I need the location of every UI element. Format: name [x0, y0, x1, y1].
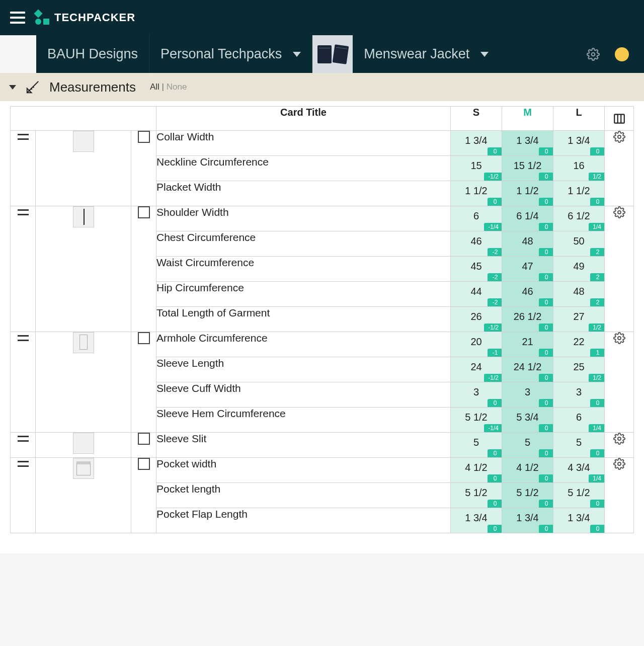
- measurement-title[interactable]: Total Length of Garment: [156, 307, 451, 332]
- size-cell[interactable]: 26 1/20: [502, 307, 553, 332]
- size-cell[interactable]: 5 1/20: [553, 483, 605, 508]
- measurement-title[interactable]: Armhole Circumference: [156, 332, 451, 357]
- measurement-title[interactable]: Sleeve Cuff Width: [156, 382, 451, 408]
- avatar[interactable]: [615, 47, 629, 61]
- measurement-title[interactable]: Collar Width: [156, 131, 451, 156]
- size-cell[interactable]: 46-2: [451, 231, 502, 257]
- size-cell[interactable]: 1 1/20: [451, 181, 502, 206]
- row-settings[interactable]: [605, 206, 634, 332]
- chevron-down-icon[interactable]: [9, 85, 16, 90]
- size-cell[interactable]: 50: [502, 433, 553, 458]
- size-cell[interactable]: 15-1/2: [451, 156, 502, 181]
- drag-handle-icon[interactable]: [18, 461, 29, 467]
- size-cell[interactable]: 480: [502, 231, 553, 257]
- filter-all[interactable]: All: [150, 82, 159, 92]
- row-settings[interactable]: [605, 433, 634, 458]
- measurement-title[interactable]: Placket Width: [156, 181, 451, 206]
- size-cell[interactable]: 1 3/40: [553, 131, 605, 156]
- size-cell[interactable]: 1 1/20: [553, 181, 605, 206]
- size-cell[interactable]: 5 1/20: [502, 483, 553, 508]
- group-thumbnail[interactable]: [36, 332, 131, 433]
- size-cell[interactable]: 4 1/20: [502, 458, 553, 483]
- col-size-m[interactable]: M: [502, 107, 553, 131]
- measurement-title[interactable]: Pocket Flap Length: [156, 508, 451, 533]
- size-cell[interactable]: 502: [553, 231, 605, 257]
- size-cell[interactable]: 26-1/2: [451, 307, 502, 332]
- size-cell[interactable]: 20-1: [451, 332, 502, 357]
- group-thumbnail[interactable]: [36, 206, 131, 332]
- measurement-title[interactable]: Pocket width: [156, 458, 451, 483]
- group-thumbnail[interactable]: [36, 131, 131, 206]
- size-cell[interactable]: 30: [502, 382, 553, 408]
- measurement-title[interactable]: Neckline Circumference: [156, 156, 451, 181]
- size-cell[interactable]: 161/2: [553, 156, 605, 181]
- row-settings[interactable]: [605, 458, 634, 533]
- measurement-title[interactable]: Pocket length: [156, 483, 451, 508]
- size-cell[interactable]: 15 1/20: [502, 156, 553, 181]
- measurements-icon: [25, 79, 40, 95]
- size-cell[interactable]: 50: [451, 433, 502, 458]
- gear-icon[interactable]: [587, 48, 600, 61]
- size-cell[interactable]: 6 1/40: [502, 206, 553, 231]
- measurement-title[interactable]: Hip Circumference: [156, 282, 451, 307]
- filter-none[interactable]: None: [167, 82, 187, 92]
- group-thumbnail[interactable]: [36, 458, 131, 533]
- drag-handle-icon[interactable]: [18, 134, 29, 140]
- columns-button[interactable]: [605, 107, 634, 131]
- breadcrumb-workspace[interactable]: Personal Techpacks: [149, 35, 312, 73]
- size-cell[interactable]: 5 3/40: [502, 408, 553, 433]
- size-cell[interactable]: 24 1/20: [502, 357, 553, 382]
- drag-handle-icon[interactable]: [18, 436, 29, 442]
- size-cell[interactable]: 50: [553, 433, 605, 458]
- size-cell[interactable]: 6-1/4: [451, 206, 502, 231]
- size-cell[interactable]: 5 1/2-1/4: [451, 408, 502, 433]
- checkbox[interactable]: [138, 131, 150, 143]
- size-cell[interactable]: 61/4: [553, 408, 605, 433]
- breadcrumb-org[interactable]: BAUH Designs: [36, 35, 149, 73]
- col-size-s[interactable]: S: [451, 107, 502, 131]
- measurement-title[interactable]: Sleeve Hem Circumference: [156, 408, 451, 433]
- measurement-title[interactable]: Sleeve Slit: [156, 433, 451, 458]
- size-cell[interactable]: 210: [502, 332, 553, 357]
- measurement-title[interactable]: Waist Circumference: [156, 257, 451, 282]
- measurement-title[interactable]: Shoulder Width: [156, 206, 451, 231]
- size-value: 44: [451, 282, 502, 297]
- checkbox[interactable]: [138, 433, 150, 445]
- drag-handle-icon[interactable]: [18, 335, 29, 341]
- size-cell[interactable]: 1 3/40: [553, 508, 605, 533]
- menu-icon[interactable]: [10, 12, 25, 24]
- size-cell[interactable]: 460: [502, 282, 553, 307]
- size-cell[interactable]: 1 3/40: [451, 131, 502, 156]
- drag-handle-icon[interactable]: [18, 209, 29, 215]
- size-cell[interactable]: 6 1/21/4: [553, 206, 605, 231]
- group-thumbnail[interactable]: [36, 433, 131, 458]
- size-cell[interactable]: 251/2: [553, 357, 605, 382]
- size-cell[interactable]: 470: [502, 257, 553, 282]
- checkbox[interactable]: [138, 206, 150, 218]
- size-cell[interactable]: 30: [553, 382, 605, 408]
- measurement-title[interactable]: Sleeve Length: [156, 357, 451, 382]
- measurement-title[interactable]: Chest Circumference: [156, 231, 451, 257]
- size-cell[interactable]: 4 3/41/4: [553, 458, 605, 483]
- checkbox[interactable]: [138, 332, 150, 344]
- size-cell[interactable]: 44-2: [451, 282, 502, 307]
- col-size-l[interactable]: L: [553, 107, 605, 131]
- size-cell[interactable]: 482: [553, 282, 605, 307]
- size-cell[interactable]: 4 1/20: [451, 458, 502, 483]
- logo[interactable]: TECHPACKER: [35, 11, 135, 25]
- size-cell[interactable]: 30: [451, 382, 502, 408]
- size-cell[interactable]: 492: [553, 257, 605, 282]
- size-cell[interactable]: 1 3/40: [502, 131, 553, 156]
- checkbox[interactable]: [138, 458, 150, 470]
- size-cell[interactable]: 271/2: [553, 307, 605, 332]
- size-cell[interactable]: 24-1/2: [451, 357, 502, 382]
- size-cell[interactable]: 45-2: [451, 257, 502, 282]
- size-cell[interactable]: 5 1/20: [451, 483, 502, 508]
- size-cell[interactable]: 1 3/40: [502, 508, 553, 533]
- row-settings[interactable]: [605, 131, 634, 206]
- size-cell[interactable]: 1 1/20: [502, 181, 553, 206]
- breadcrumb-project[interactable]: Menswear Jacket: [353, 35, 500, 73]
- size-cell[interactable]: 221: [553, 332, 605, 357]
- size-cell[interactable]: 1 3/40: [451, 508, 502, 533]
- row-settings[interactable]: [605, 332, 634, 433]
